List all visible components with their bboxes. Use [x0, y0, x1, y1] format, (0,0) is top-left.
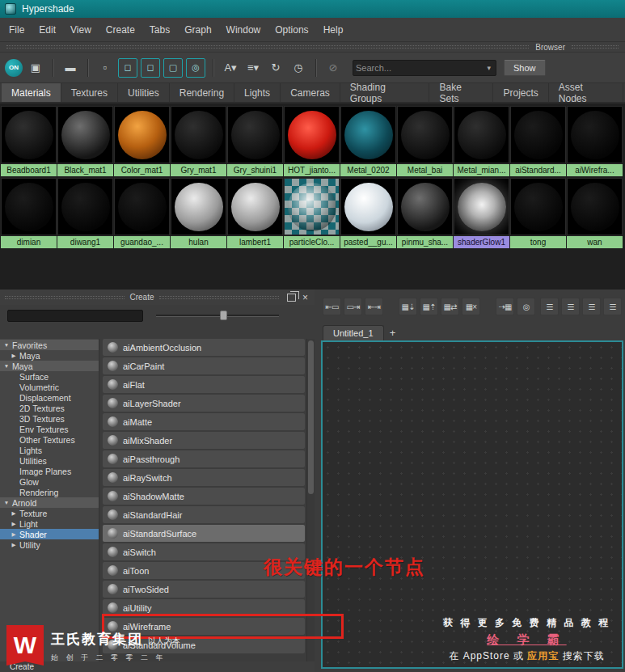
material-swatch-metal-bai[interactable]: Metal_bai: [397, 106, 453, 176]
menu-options[interactable]: Options: [268, 18, 315, 41]
float-panel-icon[interactable]: [287, 294, 296, 302]
material-swatch-metal-mian[interactable]: Metal_mian...: [454, 106, 509, 176]
scrollbar-thumb[interactable]: [308, 340, 314, 494]
layout-vertical-icon[interactable]: ☰: [582, 298, 601, 315]
tree-item-favorites[interactable]: ▼Favorites: [0, 340, 99, 350]
material-swatch-color-mat1[interactable]: Color_mat1: [114, 106, 170, 176]
tree-item-utilities[interactable]: Utilities: [0, 455, 99, 466]
refresh-swatches-icon[interactable]: ↻: [266, 58, 285, 78]
tree-item-glow[interactable]: Glow: [0, 476, 99, 487]
tab-rendering[interactable]: Rendering: [170, 83, 234, 102]
node-item-aimatte[interactable]: aiMatte: [103, 413, 305, 430]
material-swatch-tong[interactable]: tong: [510, 178, 566, 248]
expand-arrow-icon[interactable]: ▼: [3, 342, 10, 348]
tree-item-volumetric[interactable]: Volumetric: [0, 382, 99, 392]
menu-view[interactable]: View: [63, 18, 99, 41]
search-field[interactable]: ▾: [353, 60, 496, 76]
collapse-arrow-icon[interactable]: ▶: [11, 353, 17, 359]
node-item-airayswitch[interactable]: aiRaySwitch: [103, 469, 305, 486]
node-item-aitwosided[interactable]: aiTwoSided: [103, 581, 305, 598]
menu-window[interactable]: Window: [219, 18, 268, 41]
menu-edit[interactable]: Edit: [32, 18, 63, 41]
menu-create[interactable]: Create: [99, 18, 142, 41]
tree-item-displacement[interactable]: Displacement: [0, 392, 99, 403]
tree-item-surface[interactable]: Surface: [0, 371, 99, 382]
search-input[interactable]: [356, 63, 484, 73]
material-swatch-shaderglow1[interactable]: shaderGlow1: [454, 178, 509, 248]
show-all-connections-icon[interactable]: ⇤⇥: [365, 298, 383, 315]
material-swatch-wan[interactable]: wan: [567, 178, 623, 248]
material-swatch-diwang1[interactable]: diwang1: [57, 178, 113, 248]
extra-small-swatch-icon[interactable]: ▫: [95, 58, 115, 78]
collapse-arrow-icon[interactable]: ▶: [11, 542, 17, 548]
material-swatch-pinmu-sha[interactable]: pinmu_sha...: [397, 178, 453, 248]
tree-item-shader[interactable]: ▶Shader: [0, 529, 99, 539]
material-swatch-gry-mat1[interactable]: Gry_mat1: [171, 106, 226, 176]
tree-item-other-textures[interactable]: Other Textures: [0, 434, 99, 445]
tree-item-light[interactable]: ▶Light: [0, 518, 99, 529]
node-item-aiambientocclusion[interactable]: aiAmbientOcclusion: [103, 339, 305, 356]
tree-item-arnold[interactable]: ▼Arnold: [0, 497, 99, 508]
menu-graph[interactable]: Graph: [177, 18, 218, 41]
tab-lights[interactable]: Lights: [234, 83, 281, 102]
close-panel-icon[interactable]: ×: [301, 293, 310, 302]
tab-asset-nodes[interactable]: Asset Nodes: [549, 83, 623, 102]
tab-bake-sets[interactable]: Bake Sets: [429, 83, 493, 102]
swatch-size-slider[interactable]: [156, 310, 279, 321]
title-bar[interactable]: Hypershade: [0, 0, 625, 18]
node-item-aimixshader[interactable]: aiMixShader: [103, 432, 305, 449]
tree-item-maya[interactable]: ▶Maya: [0, 350, 99, 361]
tree-item-utility[interactable]: ▶Utility: [0, 539, 99, 550]
tab-shading-groups[interactable]: Shading Groups: [340, 83, 430, 102]
tree-item-maya[interactable]: ▼Maya: [0, 361, 99, 371]
material-swatch-hot-jianto[interactable]: HOT_jianto...: [284, 106, 340, 176]
node-item-aiutility[interactable]: aiUtility: [103, 599, 305, 616]
slider-handle[interactable]: [220, 311, 227, 320]
tab-untitled-1[interactable]: Untitled_1: [323, 325, 384, 340]
tab-textures[interactable]: Textures: [61, 83, 118, 102]
new-tab-button[interactable]: +: [384, 325, 402, 340]
material-swatch-gry-shuini1[interactable]: Gry_shuini1: [227, 106, 283, 176]
material-swatch-dimian[interactable]: dimian: [1, 178, 57, 248]
tree-item-env-textures[interactable]: Env Textures: [0, 424, 99, 434]
node-item-aiflat[interactable]: aiFlat: [103, 376, 305, 393]
browser-collapsed-panel[interactable]: Browser: [0, 42, 625, 53]
node-list-scrollbar[interactable]: [306, 339, 315, 672]
node-item-aicarpaint[interactable]: aiCarPaint: [103, 357, 305, 374]
tab-utilities[interactable]: Utilities: [118, 83, 170, 102]
frame-all-icon[interactable]: ◎: [517, 298, 535, 315]
collapse-arrow-icon[interactable]: ▶: [11, 510, 17, 517]
medium-swatch-icon[interactable]: ◻: [141, 58, 160, 78]
expand-arrow-icon[interactable]: ▼: [3, 363, 10, 369]
layout-horizontal-icon[interactable]: ☰: [561, 298, 580, 315]
collapse-arrow-icon[interactable]: ▶: [11, 531, 17, 538]
render-view-icon[interactable]: ▣: [26, 58, 45, 78]
node-item-ailayershader[interactable]: aiLayerShader: [103, 395, 305, 412]
large-swatch-icon[interactable]: ▢: [163, 58, 183, 78]
swatch-on-toggle-icon[interactable]: ON: [5, 59, 23, 77]
tab-cameras[interactable]: Cameras: [281, 83, 340, 102]
menu-file[interactable]: File: [2, 18, 32, 41]
material-swatch-aiwirefra[interactable]: aiWirefra...: [567, 106, 623, 176]
layout-quad-icon[interactable]: ☰: [603, 298, 622, 315]
material-swatch-black-mat1[interactable]: Black_mat1: [57, 106, 113, 176]
small-swatch-icon[interactable]: ◻: [118, 58, 137, 78]
remove-from-graph-icon[interactable]: ▦⇡: [420, 298, 438, 315]
material-swatch-hulan[interactable]: hulan: [171, 178, 226, 248]
clear-graph-icon[interactable]: ▦×: [462, 298, 480, 315]
create-panel-header[interactable]: Create ×: [0, 290, 315, 305]
show-input-connections-icon[interactable]: ⇤▭: [323, 298, 341, 315]
material-swatch-aistandard[interactable]: aiStandard...: [510, 106, 566, 176]
tree-item-lights[interactable]: Lights: [0, 445, 99, 455]
tree-item-3d-textures[interactable]: 3D Textures: [0, 413, 99, 424]
tree-item-image-planes[interactable]: Image Planes: [0, 466, 99, 476]
layout-full-icon[interactable]: ☰: [540, 298, 559, 315]
tab-materials[interactable]: Materials: [2, 83, 61, 102]
material-swatch-lambert1[interactable]: lambert1: [227, 178, 283, 248]
show-output-connections-icon[interactable]: ▭⇥: [344, 298, 362, 315]
node-item-aishadowmatte[interactable]: aiShadowMatte: [103, 488, 305, 505]
material-swatch-particleclo[interactable]: particleClo...: [284, 178, 340, 248]
add-to-graph-icon[interactable]: ▦⇣: [399, 298, 417, 315]
material-swatch-guandao[interactable]: guandao_...: [114, 178, 170, 248]
search-dropdown-icon[interactable]: ▾: [484, 64, 493, 72]
